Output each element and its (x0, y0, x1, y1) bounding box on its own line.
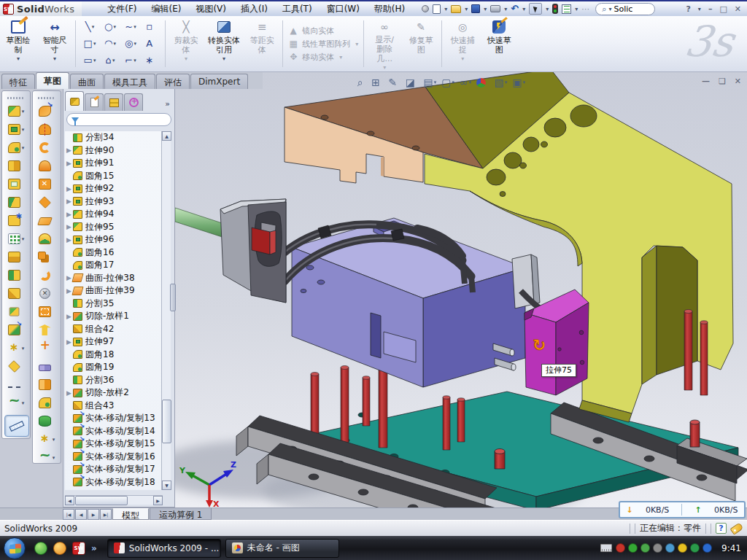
tab-nav-button[interactable]: ◀ (75, 509, 87, 520)
feature-tree-item[interactable]: ▶ 拉伸95 (65, 221, 163, 234)
feature-tree-item[interactable]: ▶ 分割34 (65, 131, 163, 144)
feature-tool-button[interactable]: ▾ (2, 339, 30, 357)
status-help-icon[interactable]: ? (716, 523, 727, 534)
tab-feature-tree[interactable] (65, 91, 84, 111)
menu-item[interactable]: 插入(I) (234, 1, 274, 17)
feature-tree-item[interactable]: ▶ 圆角18 (65, 349, 163, 362)
surface-tool-button[interactable]: ▾ (33, 139, 61, 157)
feature-tree-item[interactable]: ▶ 圆角16 (65, 246, 163, 260)
repair-sketch-button[interactable]: ✎ 修复草图 (403, 16, 439, 71)
tab-configuration-manager[interactable] (104, 93, 123, 111)
heads-up-icon[interactable]: ▧▾ (495, 77, 508, 88)
expand-arrow-icon[interactable]: ▶ (65, 338, 73, 346)
surface-tool-button[interactable]: ▾ (33, 448, 61, 467)
scroll-up-icon[interactable]: ▲ (162, 131, 171, 141)
menu-item[interactable]: 文件(F) (101, 1, 143, 17)
command-tab[interactable]: 曲面 (70, 74, 104, 89)
task-button[interactable]: SolidWorks 2009 - ... (107, 539, 221, 558)
surface-tool-button[interactable]: ▾ (33, 248, 61, 266)
sketch-entity-button[interactable]: ▫▾ (141, 18, 161, 35)
feature-tree-item[interactable]: ▶ 圆角19 (65, 361, 163, 374)
tree-filter-box[interactable] (66, 113, 171, 126)
feature-tool-button[interactable]: ▾ (2, 193, 30, 211)
sketch-entity-button[interactable]: A▾ (141, 35, 161, 52)
quick-snaps-button[interactable]: ◎ 快速捕捉▾ (444, 16, 481, 71)
tray-icon[interactable] (678, 543, 687, 553)
model-tab[interactable]: 模型 (112, 508, 149, 520)
open-file-icon[interactable] (451, 5, 461, 13)
heads-up-icon[interactable]: ▤▾ (424, 77, 437, 88)
feature-tool-button[interactable]: ▾ (2, 175, 30, 193)
doc-minimize-button[interactable]: — (702, 77, 710, 86)
surface-tool-button[interactable]: ▾ (33, 321, 61, 339)
tab-property-manager[interactable] (85, 93, 104, 111)
expand-arrow-icon[interactable]: ▶ (65, 236, 73, 244)
overflow-icon[interactable]: ⋯ (581, 4, 589, 14)
expand-arrow-icon[interactable]: ▶ (65, 198, 73, 205)
pin-icon[interactable] (422, 5, 429, 12)
feature-tool-button[interactable]: ▾ (2, 357, 30, 376)
3d-model[interactable]: ↻ Y Z X (175, 72, 747, 508)
start-button[interactable] (4, 537, 26, 559)
heads-up-icon[interactable]: ✎▾ (389, 77, 400, 88)
panel-overflow-button[interactable]: » (162, 99, 173, 111)
feature-tool-button[interactable]: ▾ (2, 157, 30, 175)
surface-tool-button[interactable]: ▾ (33, 339, 61, 357)
task-button[interactable]: 未命名 - 画图 (225, 539, 339, 558)
feature-tool-button[interactable]: ▾ (2, 394, 30, 412)
quick-launch-icon[interactable] (53, 542, 66, 555)
tab-dimxpert-manager[interactable] (124, 93, 143, 111)
heads-up-icon[interactable]: ∞▾ (460, 77, 471, 88)
print-icon[interactable] (490, 5, 500, 12)
sketch-entity-button[interactable]: ◎▾ (120, 35, 141, 52)
sketch-entity-button[interactable]: ╲▾ (80, 18, 100, 35)
expand-arrow-icon[interactable]: ▶ (65, 223, 73, 230)
surface-tool-button[interactable]: ▾ (33, 211, 61, 230)
feature-tree-item[interactable]: ▶ 拉伸92 (65, 182, 163, 195)
surface-tool-button[interactable]: ▾ (33, 376, 61, 394)
move-entities-button[interactable]: ✥移动实体▾ (288, 52, 358, 63)
tray-icon[interactable] (690, 543, 700, 553)
sketch-entity-button[interactable]: ∗▾ (141, 52, 161, 69)
tray-icon[interactable] (640, 543, 650, 553)
options-icon[interactable] (562, 4, 571, 14)
surface-tool-button[interactable]: ▾ (33, 120, 61, 139)
heads-up-icon[interactable]: ⊞▾ (371, 77, 383, 88)
doc-restore-button[interactable]: ❏ (719, 77, 726, 86)
save-icon[interactable] (471, 4, 480, 13)
tree-horizontal-scrollbar[interactable]: ◀ ▶ (65, 495, 163, 505)
tray-icon[interactable] (616, 543, 625, 553)
feature-tree-item[interactable]: ▶ 圆角17 (65, 259, 163, 272)
offset-entities-button[interactable]: ≡ 等距实体 (244, 16, 280, 71)
rebuild-icon[interactable] (552, 4, 558, 14)
feature-tree-item[interactable]: ▶ 实体-移动/复制18 (65, 476, 163, 489)
undo-icon[interactable]: ↶ (511, 4, 519, 13)
menu-item[interactable]: 视图(V) (189, 1, 233, 17)
tray-icon[interactable] (628, 543, 638, 553)
restore-button[interactable]: □ (719, 4, 727, 14)
tag-icon[interactable] (730, 522, 744, 534)
expand-arrow-icon[interactable]: ▶ (65, 160, 73, 167)
scroll-thumb[interactable] (75, 496, 128, 505)
scroll-down-icon[interactable]: ▼ (162, 481, 171, 490)
command-tab[interactable]: 评估 (156, 74, 190, 89)
rapid-sketch-button[interactable]: 快速草图 (481, 16, 517, 71)
feature-tree-item[interactable]: ▶ 拉伸93 (65, 195, 163, 209)
expand-arrow-icon[interactable]: ▶ (65, 389, 73, 397)
trim-entities-button[interactable]: ╳ 剪裁实体▾ (168, 16, 204, 71)
help-dropdown-icon[interactable]: ▾ (698, 6, 701, 12)
feature-tool-button[interactable]: ▾ (2, 211, 30, 230)
feature-tool-button[interactable]: ▾ (2, 303, 30, 321)
sketch-entity-button[interactable]: ⌐▾ (120, 52, 141, 69)
mirror-entities-button[interactable]: ▲镜向实体 (288, 26, 358, 36)
feature-tree-item[interactable]: ▶ 切除-放样2 (65, 386, 163, 400)
graphics-area[interactable]: ↻ Y Z X ⌕▾⊞▾✎▾◪▾▤▾▢▾∞▾▾▧▾▣▾ — ❏ ✕ 拉伸75 (175, 72, 747, 508)
sketch-draw-button[interactable]: 草图绘制▾ (0, 16, 36, 71)
tray-icon[interactable] (703, 543, 712, 553)
tray-icon[interactable] (665, 543, 675, 553)
close-button[interactable]: ✕ (735, 4, 741, 14)
search-dropdown-icon[interactable]: ▾ (608, 6, 611, 12)
quick-launch-expand-icon[interactable]: » (91, 543, 97, 553)
smart-dimension-button[interactable]: ↔ 智能尺寸▾ (36, 16, 73, 71)
surface-tool-button[interactable]: ▾ (33, 157, 61, 175)
